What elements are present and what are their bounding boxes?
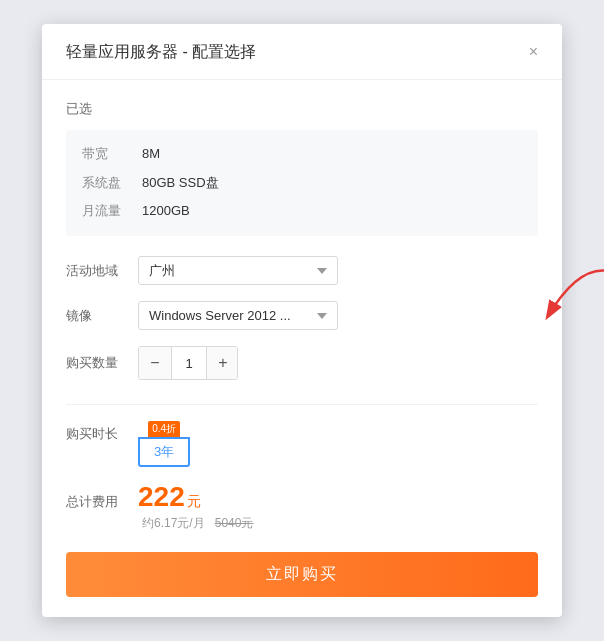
price-monthly: 约6.17元/月 bbox=[142, 516, 205, 530]
quantity-row: 购买数量 − + bbox=[66, 346, 538, 380]
price-sub: 约6.17元/月 5040元 bbox=[142, 515, 538, 532]
region-control: 广州 上海 北京 bbox=[138, 256, 538, 285]
region-row: 活动地域 广州 上海 北京 bbox=[66, 256, 538, 285]
dialog-header: 轻量应用服务器 - 配置选择 × bbox=[42, 24, 562, 80]
image-select[interactable]: Windows Server 2012 ... Ubuntu 20.04 Cen… bbox=[138, 301, 338, 330]
summary-section: 带宽 8M 系统盘 80GB SSD盘 月流量 1200GB bbox=[66, 130, 538, 236]
quantity-input[interactable] bbox=[171, 347, 207, 379]
bandwidth-row: 带宽 8M bbox=[82, 144, 522, 165]
duration-label: 购买时长 bbox=[66, 421, 138, 443]
disk-label: 系统盘 bbox=[82, 173, 142, 194]
price-amount: 222 bbox=[138, 483, 185, 511]
disk-value: 80GB SSD盘 bbox=[142, 173, 219, 194]
region-select[interactable]: 广州 上海 北京 bbox=[138, 256, 338, 285]
image-row: 镜像 Windows Server 2012 ... Ubuntu 20.04 … bbox=[66, 301, 538, 330]
duration-option-3y: 0.4折 3年 bbox=[138, 421, 190, 467]
summary-label: 已选 bbox=[66, 100, 538, 118]
quantity-control: − + bbox=[138, 346, 538, 380]
region-label: 活动地域 bbox=[66, 262, 138, 280]
bandwidth-label: 带宽 bbox=[82, 144, 142, 165]
image-control: Windows Server 2012 ... Ubuntu 20.04 Cen… bbox=[138, 301, 538, 330]
quantity-plus-button[interactable]: + bbox=[207, 347, 238, 379]
config-dialog: 轻量应用服务器 - 配置选择 × 已选 带宽 8M 系统盘 80GB SSD盘 … bbox=[42, 24, 562, 617]
price-original: 5040元 bbox=[215, 516, 254, 530]
quantity-minus-button[interactable]: − bbox=[139, 347, 171, 379]
duration-section: 购买时长 0.4折 3年 bbox=[66, 421, 538, 467]
traffic-label: 月流量 bbox=[82, 201, 142, 222]
duration-3y-button[interactable]: 3年 bbox=[138, 437, 190, 467]
traffic-row: 月流量 1200GB bbox=[82, 201, 522, 222]
close-button[interactable]: × bbox=[529, 44, 538, 60]
price-label: 总计费用 bbox=[66, 493, 138, 511]
traffic-value: 1200GB bbox=[142, 201, 190, 222]
quantity-stepper: − + bbox=[138, 346, 238, 380]
form-section: 活动地域 广州 上海 北京 镜像 Windows Server 2012 ...… bbox=[66, 252, 538, 400]
dialog-title: 轻量应用服务器 - 配置选择 bbox=[66, 42, 256, 63]
red-arrow-annotation bbox=[528, 261, 604, 331]
price-unit: 元 bbox=[187, 493, 201, 511]
discount-badge: 0.4折 bbox=[148, 421, 180, 437]
duration-row: 购买时长 0.4折 3年 bbox=[66, 421, 538, 467]
price-row: 总计费用 222 元 bbox=[66, 483, 538, 511]
section-divider bbox=[66, 404, 538, 405]
image-label: 镜像 bbox=[66, 307, 138, 325]
disk-row: 系统盘 80GB SSD盘 bbox=[82, 173, 522, 194]
bandwidth-value: 8M bbox=[142, 144, 160, 165]
quantity-label: 购买数量 bbox=[66, 354, 138, 372]
buy-button[interactable]: 立即购买 bbox=[66, 552, 538, 597]
dialog-body: 已选 带宽 8M 系统盘 80GB SSD盘 月流量 1200GB 活动地域 bbox=[42, 80, 562, 617]
